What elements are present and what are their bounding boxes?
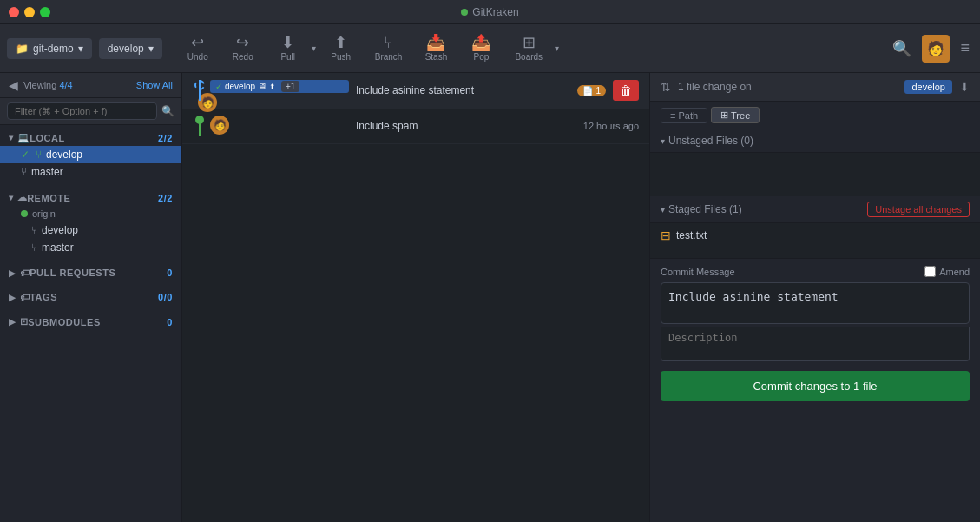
remote-branch-icon-master: ⑂ (31, 241, 37, 254)
staged-file-item[interactable]: ⊟ test.txt (650, 223, 980, 248)
tree-icon: ⊞ (720, 109, 728, 121)
user-avatar-button[interactable]: 🧑 (922, 35, 950, 63)
undo-button[interactable]: ↩ Undo (176, 31, 220, 65)
push-icon: ⬆ (334, 35, 347, 50)
commit-info-2: Include spam (356, 120, 583, 132)
branch-button[interactable]: ⑂ Branch (365, 31, 413, 65)
pop-button[interactable]: 📤 Pop (459, 31, 503, 65)
commit-dot (195, 116, 204, 124)
filter-search-icon: 🔍 (161, 105, 174, 117)
filter-input[interactable] (7, 102, 157, 120)
close-button[interactable] (9, 7, 19, 17)
repo-branch-controls: 📁 git-demo ▾ develop ▾ (7, 38, 162, 59)
cloud-icon: ☁ (17, 192, 28, 203)
toolbar: 📁 git-demo ▾ develop ▾ ↩ Undo ↪ Redo ⬇ P… (0, 24, 980, 73)
submodules-section: ▶ ⊡ SUBMODULES 0 (0, 309, 181, 334)
submodules-header[interactable]: ▶ ⊡ SUBMODULES 0 (0, 314, 181, 330)
pull-icon: ⬇ (281, 35, 294, 50)
staged-files-area: ⊟ test.txt (650, 223, 980, 258)
remote-header[interactable]: ▾ ☁ REMOTE 2/2 (0, 189, 181, 206)
folder-icon: 📁 (16, 43, 29, 55)
title-bar: GitKraken (0, 0, 980, 24)
commit-message-label: Commit Message Amend (661, 266, 970, 277)
nav-back-icon: ◀ (9, 78, 18, 92)
repo-chevron-icon: ▾ (78, 43, 83, 55)
undo-icon: ↩ (191, 35, 204, 50)
remote-icon: ⬆ (269, 83, 276, 91)
remote-arrow-icon: ▾ (9, 193, 14, 202)
unstaged-header[interactable]: ▾ Unstaged Files (0) (650, 129, 980, 153)
download-icon[interactable]: ⬇ (959, 80, 970, 94)
branch-label-develop: ✓ develop 🖥 ⬆ +1 (210, 80, 349, 93)
sidebar-item-master[interactable]: ⑂ master (0, 163, 181, 181)
branch-icon-develop: ⑂ (36, 149, 42, 161)
tags-arrow-icon: ▶ (9, 293, 16, 302)
path-icon: ≡ (670, 110, 675, 121)
stash-icon: 📥 (426, 35, 445, 50)
branch-chevron-icon: ▾ (148, 43, 154, 55)
main-layout: ◀ Viewing 4/4 Show All 🔍 ▾ 💻 LOCAL 2/2 ✓ (0, 73, 980, 522)
menu-button[interactable]: ≡ (957, 36, 973, 61)
commit-info: Include asinine statement (356, 84, 570, 96)
viewing-label: Viewing 4/4 (23, 80, 73, 90)
right-panel-header: ⇅ 1 file change on develop ⬇ (650, 73, 980, 102)
commit-file-badge: 📄 1 (577, 85, 606, 96)
pull-group: ⬇ Pull ▾ (266, 31, 318, 65)
search-button[interactable]: 🔍 (889, 36, 915, 62)
amend-option: Amend (924, 266, 970, 277)
boards-dropdown-arrow[interactable]: ▾ (553, 40, 561, 56)
sidebar-item-remote-develop[interactable]: ⑂ develop (0, 221, 181, 239)
path-toggle-button[interactable]: ≡ Path (661, 108, 707, 123)
tags-header[interactable]: ▶ 🏷 TAGS 0/0 (0, 289, 181, 305)
push-button[interactable]: ⬆ Push (319, 31, 363, 65)
sidebar-item-develop[interactable]: ✓ ⑂ develop (0, 146, 181, 163)
remote-section: ▾ ☁ REMOTE 2/2 origin ⑂ develop ⑂ master (0, 185, 181, 261)
checkmark-icon: ✓ (215, 82, 222, 91)
check-icon: ✓ (21, 149, 30, 161)
branch-selector[interactable]: develop ▾ (99, 38, 162, 59)
tree-toggle-button[interactable]: ⊞ Tree (711, 107, 760, 123)
unstage-all-button[interactable]: Unstage all changes (867, 202, 970, 217)
commit-button[interactable]: Commit changes to 1 file (661, 371, 970, 401)
app-title: GitKraken (461, 6, 518, 18)
window-controls (9, 7, 50, 17)
local-icon: 💻 (17, 132, 30, 143)
local-arrow-icon: ▾ (9, 133, 14, 142)
commit-avatar-2: 🧑 (210, 116, 229, 135)
boards-group: ⊞ Boards ▾ (504, 31, 561, 65)
commit-row[interactable]: ✓ develop 🖥 ⬆ +1 🧑 Include asinine state… (182, 73, 649, 109)
boards-button[interactable]: ⊞ Boards (504, 31, 553, 65)
pull-dropdown-arrow[interactable]: ▾ (310, 40, 318, 56)
monitor-icon: 🖥 (258, 82, 266, 91)
pull-requests-header[interactable]: ▶ 🏷 PULL REQUESTS 0 (0, 265, 181, 281)
toolbar-actions: ↩ Undo ↪ Redo ⬇ Pull ▾ ⬆ Push ⑂ Branch 📥… (176, 31, 890, 65)
commit-dot-selected (194, 80, 205, 90)
origin-status-dot (21, 210, 28, 217)
amend-checkbox[interactable] (924, 266, 936, 277)
graph-visual-2: 🧑 (193, 116, 349, 136)
stash-button[interactable]: 📥 Stash (414, 31, 457, 65)
staged-header[interactable]: ▾ Staged Files (1) Unstage all changes (650, 196, 980, 223)
commit-message-input[interactable]: Include asinine statement (661, 282, 970, 324)
commit-row[interactable]: 🧑 Include spam 12 hours ago (182, 109, 649, 144)
tags-icon: 🏷 (20, 292, 30, 302)
maximize-button[interactable] (40, 7, 50, 17)
tags-section: ▶ 🏷 TAGS 0/0 (0, 285, 181, 309)
branch-icon: ⑂ (384, 35, 393, 50)
redo-icon: ↪ (236, 35, 249, 50)
pull-button[interactable]: ⬇ Pull (266, 31, 310, 65)
delete-commit-button[interactable]: 🗑 (613, 80, 639, 101)
sidebar-item-remote-master[interactable]: ⑂ master (0, 239, 181, 256)
sidebar-content: ▾ 💻 LOCAL 2/2 ✓ ⑂ develop ⑂ master ▾ (0, 125, 181, 522)
sort-icon: ⇅ (661, 80, 671, 94)
file-icon: ⊟ (661, 228, 671, 242)
show-all-button[interactable]: Show All (136, 80, 173, 90)
local-header[interactable]: ▾ 💻 LOCAL 2/2 (0, 129, 181, 146)
commit-description-input[interactable] (661, 327, 970, 361)
graph-area: ✓ develop 🖥 ⬆ +1 🧑 Include asinine state… (182, 73, 650, 522)
repo-selector[interactable]: 📁 git-demo ▾ (7, 38, 92, 59)
minimize-button[interactable] (24, 7, 35, 17)
redo-button[interactable]: ↪ Redo (221, 31, 265, 65)
boards-icon: ⊞ (523, 35, 536, 50)
submodules-icon: ⊡ (20, 316, 29, 327)
